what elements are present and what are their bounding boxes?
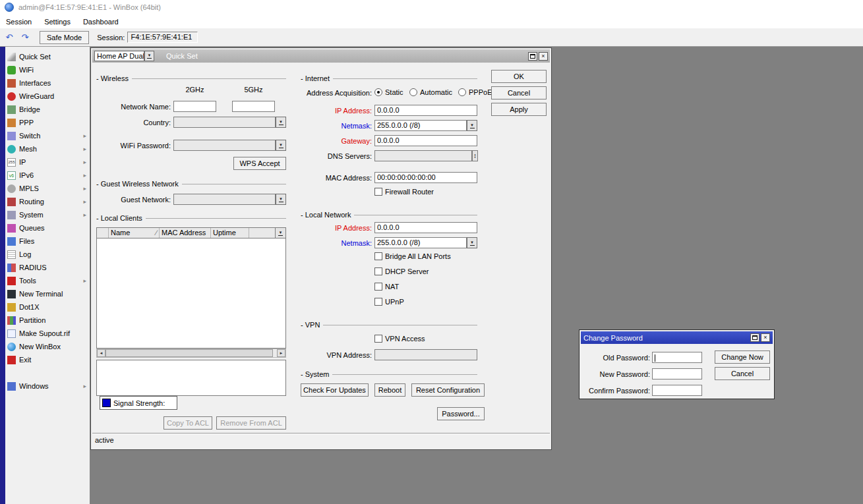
radio-static[interactable]: Static	[374, 88, 403, 97]
submenu-arrow-icon: ▸	[83, 146, 90, 152]
app-titlebar[interactable]: admin@F4:1E:57:9E:41:E1 - WinBox (64bit)	[0, 0, 863, 14]
dialog-close-button[interactable]: ×	[761, 333, 770, 342]
sidebar-item-bridge[interactable]: Bridge	[5, 103, 90, 116]
dns-servers-label: DNS Servers:	[295, 152, 372, 160]
sidebar-item-quick-set[interactable]: Quick Set	[5, 50, 90, 63]
clients-table-body[interactable]	[96, 238, 286, 349]
sidebar-item-interfaces[interactable]: Interfaces	[5, 76, 90, 90]
confirm-password-input[interactable]	[652, 385, 702, 396]
sidebar-item-mpls[interactable]: MPLS▸	[5, 182, 90, 195]
dialog-cancel-button[interactable]: Cancel	[715, 367, 770, 380]
dhcp-server-checkbox[interactable]: DHCP Server	[374, 267, 429, 276]
check-for-updates-button[interactable]: Check For Updates	[301, 383, 369, 397]
guest-network-select[interactable]	[173, 194, 276, 205]
sidebar-item-partition[interactable]: Partition	[5, 314, 90, 327]
upnp-checkbox[interactable]: UPnP	[374, 297, 404, 306]
maximize-button[interactable]	[528, 52, 537, 61]
radio-automatic[interactable]: Automatic	[409, 88, 452, 97]
local-netmask-input[interactable]: 255.0.0.0 (/8)	[374, 237, 467, 248]
sidebar-item-wireguard[interactable]: WireGuard	[5, 90, 90, 103]
scroll-right-button[interactable]: ►	[277, 349, 285, 357]
sidebar-item-files[interactable]: Files	[5, 235, 90, 248]
sidebar-item-queues[interactable]: Queues	[5, 221, 90, 235]
sidebar-item-make-supout-rif[interactable]: Make Supout.rif	[5, 327, 90, 340]
menu-dashboard[interactable]: Dashboard	[83, 18, 119, 26]
bridge-all-lan-ports-checkbox[interactable]: Bridge All LAN Ports	[374, 252, 451, 261]
sidebar-item-new-winbox[interactable]: New WinBox	[5, 340, 90, 353]
internet-ip-input[interactable]: 0.0.0.0	[374, 105, 477, 116]
internet-netmask-input[interactable]: 255.0.0.0 (/8)	[374, 120, 467, 131]
gateway-input[interactable]: 0.0.0.0	[374, 135, 477, 146]
sidebar-item-mesh[interactable]: Mesh▸	[5, 142, 90, 155]
old-password-input[interactable]	[652, 352, 702, 363]
sidebar-item-ip[interactable]: IP▸	[5, 155, 90, 169]
country-dropdown-button[interactable]: ▼	[276, 117, 286, 128]
sidebar-item-new-terminal[interactable]: New Terminal	[5, 287, 90, 300]
dns-spinner[interactable]: ▲▼	[472, 150, 478, 161]
scroll-left-button[interactable]: ◄	[97, 349, 105, 357]
remove-from-acl-button[interactable]: Remove From ACL	[216, 416, 286, 430]
country-select[interactable]	[173, 117, 276, 128]
column-uptime[interactable]: Uptime	[211, 228, 249, 238]
submenu-arrow-icon: ▸	[83, 198, 90, 205]
sidebar-item-ipv6[interactable]: IPv6▸	[5, 169, 90, 182]
wifi-password-dropdown-button[interactable]: ▼	[276, 140, 286, 151]
column-name[interactable]: Name∕	[109, 228, 160, 238]
sidebar-item-radius[interactable]: RADIUS	[5, 261, 90, 274]
preset-dropdown-button[interactable]: ▼	[144, 51, 154, 61]
guest-network-dropdown-button[interactable]: ▼	[276, 194, 286, 205]
internet-netmask-dropdown-button[interactable]: ▼	[467, 120, 477, 131]
network-name-2ghz-input[interactable]	[173, 101, 216, 112]
vpn-access-checkbox[interactable]: VPN Access	[374, 334, 425, 343]
sort-indicator-icon: ∕	[156, 229, 157, 237]
dropdown-icon: ▼	[470, 123, 474, 127]
dialog-maximize-button[interactable]	[750, 333, 759, 342]
interfaces-icon	[7, 79, 16, 88]
sidebar-item-log[interactable]: Log	[5, 248, 90, 261]
sidebar-item-ppp[interactable]: PPP	[5, 116, 90, 129]
sidebar-item-tools[interactable]: Tools▸	[5, 274, 90, 287]
menu-settings[interactable]: Settings	[44, 18, 71, 26]
sidebar-item-wifi[interactable]: WiFi	[5, 63, 90, 76]
mac-address-input[interactable]: 00:00:00:00:00:00	[374, 172, 477, 183]
safe-mode-button[interactable]: Safe Mode	[40, 31, 89, 44]
reset-configuration-button[interactable]: Reset Configuration	[411, 383, 485, 397]
sidebar-item-exit[interactable]: Exit	[5, 353, 90, 366]
new-password-input[interactable]	[652, 368, 702, 379]
quickset-titlebar[interactable]: Home AP Dual ▼ Quick Set ×	[92, 49, 550, 63]
local-ip-input[interactable]: 0.0.0.0	[374, 222, 477, 233]
network-name-5ghz-input[interactable]	[232, 101, 275, 112]
radio-pppoe[interactable]: PPPoE	[458, 88, 492, 97]
sidebar-item-routing[interactable]: Routing▸	[5, 195, 90, 208]
local-netmask-dropdown-button[interactable]: ▼	[467, 237, 477, 248]
firewall-router-checkbox[interactable]: Firewall Router	[374, 187, 434, 196]
dns-servers-input[interactable]	[374, 150, 472, 161]
undo-button[interactable]: ↶	[3, 31, 16, 44]
columns-dropdown-button[interactable]: ▼	[275, 228, 285, 238]
wifi-password-input[interactable]	[173, 140, 276, 151]
redo-button[interactable]: ↷	[18, 31, 32, 44]
apply-button[interactable]: Apply	[491, 103, 547, 116]
password-button[interactable]: Password...	[437, 407, 485, 420]
menu-session[interactable]: Session	[6, 18, 32, 26]
vpn-address-input[interactable]	[374, 349, 477, 360]
change-now-button[interactable]: Change Now	[715, 350, 770, 364]
sidebar-item-windows[interactable]: Windows▸	[5, 379, 90, 393]
close-button[interactable]: ×	[539, 52, 548, 61]
reboot-button[interactable]: Reboot	[374, 383, 405, 397]
windows-icon	[7, 382, 16, 391]
column-mac-address[interactable]: MAC Address	[160, 228, 211, 238]
ok-button[interactable]: OK	[491, 70, 547, 83]
copy-to-acl-button[interactable]: Copy To ACL	[164, 416, 212, 430]
cancel-button[interactable]: Cancel	[491, 86, 547, 99]
column-blank[interactable]	[97, 228, 109, 238]
sidebar-item-dot1x[interactable]: Dot1X	[5, 300, 90, 314]
sidebar-item-switch[interactable]: Switch▸	[5, 129, 90, 142]
wps-accept-button[interactable]: WPS Accept	[233, 157, 286, 170]
preset-select[interactable]: Home AP Dual	[94, 51, 144, 61]
quickset-icon	[7, 53, 16, 61]
dialog-titlebar[interactable]: Change Password ×	[581, 331, 773, 344]
sidebar-item-system[interactable]: System▸	[5, 208, 90, 221]
nat-checkbox[interactable]: NAT	[374, 282, 399, 291]
scroll-thumb[interactable]	[105, 349, 273, 357]
